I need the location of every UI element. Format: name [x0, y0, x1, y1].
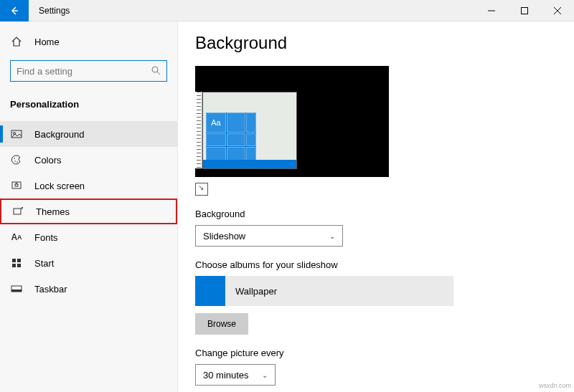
page-title: Background — [195, 33, 574, 53]
svg-rect-12 — [15, 184, 18, 186]
home-label: Home — [34, 37, 60, 47]
search-box[interactable] — [10, 60, 167, 82]
watermark: wsxdn.com — [539, 382, 571, 389]
sidebar-item-start[interactable]: Start — [0, 250, 177, 276]
sidebar-item-label: Fonts — [34, 232, 58, 243]
svg-rect-19 — [11, 290, 22, 292]
browse-button[interactable]: Browse — [195, 313, 248, 335]
sidebar-item-fonts[interactable]: AA Fonts — [0, 224, 177, 250]
fonts-icon: AA — [10, 232, 23, 242]
album-thumbnail — [195, 276, 225, 306]
preview-text-sample: Aa — [206, 113, 226, 133]
window-title: Settings — [39, 6, 70, 16]
preview-taskbar — [203, 160, 296, 168]
svg-rect-16 — [12, 264, 16, 267]
sidebar-item-taskbar[interactable]: Taskbar — [0, 276, 177, 302]
sidebar-item-background[interactable]: Background — [0, 121, 177, 147]
change-interval-label: Change picture every — [195, 348, 574, 358]
section-label: Personalization — [0, 89, 177, 117]
search-input[interactable] — [17, 66, 151, 77]
sidebar: Home Personalization Background Colors L… — [0, 21, 178, 392]
desktop-preview: Aa — [195, 66, 389, 177]
sidebar-item-label: Start — [34, 258, 54, 269]
dropdown-value: 30 minutes — [203, 370, 249, 381]
back-button[interactable] — [0, 0, 29, 21]
main-panel: Background Aa Background Slideshow ⌄ Cho… — [178, 21, 574, 392]
maximize-button[interactable] — [508, 0, 541, 21]
home-icon — [10, 36, 23, 47]
chevron-down-icon: ⌄ — [262, 371, 268, 379]
sidebar-item-label: Colors — [34, 155, 62, 166]
svg-rect-17 — [17, 264, 21, 267]
sidebar-item-themes[interactable]: Themes — [0, 199, 177, 224]
picture-icon — [10, 128, 23, 140]
nav-list: Background Colors Lock screen Themes AA … — [0, 121, 177, 302]
sidebar-item-label: Lock screen — [34, 181, 85, 191]
svg-point-4 — [152, 67, 158, 72]
preview-start-menu: Aa — [206, 113, 256, 161]
lockscreen-icon — [10, 180, 23, 191]
start-icon — [10, 258, 23, 268]
taskbar-icon — [10, 283, 23, 295]
svg-point-8 — [14, 158, 15, 159]
change-interval-dropdown[interactable]: 30 minutes ⌄ — [195, 364, 276, 386]
background-dropdown[interactable]: Slideshow ⌄ — [195, 225, 343, 247]
album-name: Wallpaper — [235, 286, 277, 297]
window-controls — [475, 0, 574, 21]
preview-browse-icon[interactable] — [195, 183, 208, 196]
svg-rect-15 — [17, 259, 21, 262]
close-button[interactable] — [541, 0, 574, 21]
themes-icon — [11, 206, 24, 217]
palette-icon — [10, 154, 23, 166]
sidebar-item-colors[interactable]: Colors — [0, 147, 177, 173]
preview-window: Aa — [202, 92, 297, 169]
svg-point-10 — [17, 161, 18, 163]
search-icon — [151, 65, 161, 77]
sidebar-item-label: Taskbar — [34, 284, 67, 295]
browse-label: Browse — [207, 319, 236, 329]
albums-label: Choose albums for your slideshow — [195, 259, 574, 270]
sidebar-item-label: Themes — [36, 206, 70, 217]
sidebar-item-lockscreen[interactable]: Lock screen — [0, 173, 177, 199]
minimize-button[interactable] — [475, 0, 508, 21]
svg-rect-13 — [14, 209, 21, 214]
titlebar: Settings — [0, 0, 574, 21]
svg-rect-14 — [12, 259, 16, 262]
svg-point-9 — [14, 161, 16, 162]
sidebar-item-label: Background — [34, 129, 84, 140]
home-button[interactable]: Home — [0, 30, 177, 53]
content: Home Personalization Background Colors L… — [0, 21, 574, 392]
album-item[interactable]: Wallpaper — [195, 276, 453, 306]
svg-rect-1 — [522, 7, 528, 14]
back-arrow-icon — [9, 6, 19, 16]
dropdown-value: Slideshow — [203, 231, 245, 242]
background-label: Background — [195, 209, 574, 219]
chevron-down-icon: ⌄ — [329, 232, 335, 240]
svg-line-5 — [157, 72, 160, 75]
